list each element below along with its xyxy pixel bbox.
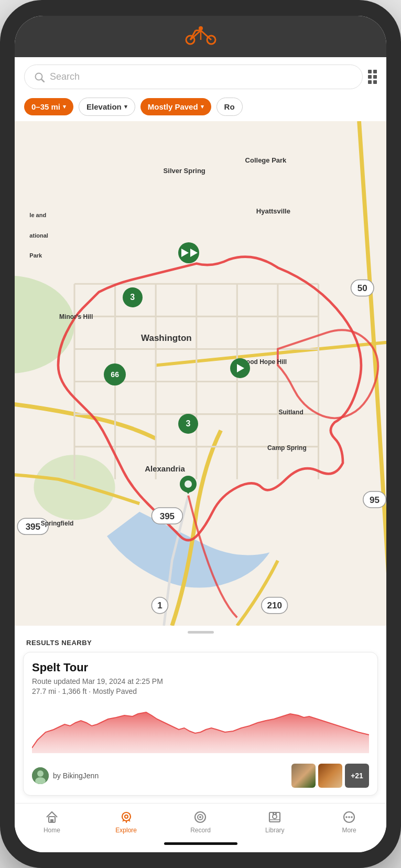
svg-text:1: 1 xyxy=(157,601,162,610)
svg-text:210: 210 xyxy=(267,601,281,610)
map-background: 267 95 50 50 395 95 395 1 210 xyxy=(15,121,386,626)
photo-count-badge[interactable]: +21 xyxy=(345,764,369,788)
filters-row: 0–35 mi ▾ Elevation ▾ Mostly Paved ▾ Ro xyxy=(15,94,386,121)
svg-point-46 xyxy=(185,480,192,488)
phone-screen: Search 0–35 mi ▾ Elevation xyxy=(15,16,386,852)
filter-route-type[interactable]: Ro xyxy=(216,98,243,116)
filter-distance[interactable]: 0–35 mi ▾ xyxy=(24,98,73,115)
svg-text:395: 395 xyxy=(26,522,40,532)
nav-label-library: Library xyxy=(265,827,285,834)
map-marker-3a[interactable]: 3 xyxy=(123,287,143,307)
svg-point-59 xyxy=(199,816,201,818)
filter-surface[interactable]: Mostly Paved ▾ xyxy=(140,98,211,115)
filter-elevation[interactable]: Elevation ▾ xyxy=(79,98,135,116)
home-bar xyxy=(15,838,386,852)
svg-point-66 xyxy=(345,816,348,818)
results-section-label: RESULTS NEARBY xyxy=(15,637,386,652)
sheet-handle xyxy=(15,626,386,637)
svg-rect-63 xyxy=(273,812,274,815)
svg-line-9 xyxy=(41,79,44,82)
phone-shell: Search 0–35 mi ▾ Elevation xyxy=(0,0,401,868)
chevron-down-icon: ▾ xyxy=(201,103,204,110)
svg-point-67 xyxy=(348,816,350,818)
grid-menu-icon[interactable] xyxy=(368,70,377,84)
svg-point-7 xyxy=(199,26,203,30)
map-marker-play[interactable] xyxy=(178,242,199,263)
author-info: by BikingJenn xyxy=(32,767,99,784)
photo-thumb-2[interactable] xyxy=(318,764,342,788)
bike-logo-icon xyxy=(185,25,216,50)
map-marker-alexandria[interactable] xyxy=(178,474,198,497)
svg-rect-60 xyxy=(269,812,280,822)
svg-text:50: 50 xyxy=(357,283,367,293)
svg-rect-64 xyxy=(275,812,277,815)
library-icon xyxy=(267,810,282,824)
nav-label-explore: Explore xyxy=(115,827,137,834)
svg-text:395: 395 xyxy=(160,511,175,521)
nav-label-more: More xyxy=(342,827,356,834)
nav-item-more[interactable]: More xyxy=(331,810,367,834)
home-indicator xyxy=(164,842,237,845)
record-icon xyxy=(193,810,208,824)
route-card-footer: by BikingJenn +21 xyxy=(24,758,377,795)
svg-point-52 xyxy=(122,812,131,821)
map-marker-66[interactable]: 66 xyxy=(104,363,126,385)
nav-item-home[interactable]: Home xyxy=(34,810,70,834)
svg-point-61 xyxy=(273,815,277,819)
route-updated: Route updated Mar 19, 2024 at 2:25 PM xyxy=(32,677,369,685)
search-container: Search xyxy=(15,57,386,94)
app-header xyxy=(15,16,386,57)
author-name: by BikingJenn xyxy=(53,771,99,780)
photo-thumbnails: +21 xyxy=(291,764,369,788)
search-placeholder: Search xyxy=(50,71,80,82)
svg-text:95: 95 xyxy=(370,495,380,505)
nav-item-explore[interactable]: Explore xyxy=(108,810,145,834)
svg-point-53 xyxy=(125,815,128,818)
home-icon xyxy=(45,810,59,824)
nav-label-record: Record xyxy=(190,827,211,834)
route-card[interactable]: Spelt Tour Route updated Mar 19, 2024 at… xyxy=(23,652,378,796)
bottom-nav: Home Explore Recor xyxy=(15,803,386,838)
svg-point-48 xyxy=(37,770,44,777)
nav-item-library[interactable]: Library xyxy=(256,810,293,834)
svg-point-68 xyxy=(351,816,353,818)
chevron-down-icon: ▾ xyxy=(124,103,127,110)
route-card-body: Spelt Tour Route updated Mar 19, 2024 at… xyxy=(24,652,377,758)
svg-line-56 xyxy=(128,820,129,821)
route-title: Spelt Tour xyxy=(32,661,369,674)
more-icon xyxy=(342,810,356,824)
map-area[interactable]: 267 95 50 50 395 95 395 1 210 xyxy=(15,121,386,626)
chevron-down-icon: ▾ xyxy=(63,103,66,110)
svg-line-55 xyxy=(123,820,124,821)
author-avatar xyxy=(32,767,49,784)
elevation-chart xyxy=(32,701,369,753)
bottom-sheet: RESULTS NEARBY Spelt Tour Route updated … xyxy=(15,626,386,803)
search-icon xyxy=(34,72,45,82)
photo-thumb-1[interactable] xyxy=(291,764,316,788)
nav-label-home: Home xyxy=(44,827,60,834)
explore-icon xyxy=(119,810,134,824)
svg-rect-51 xyxy=(50,819,53,822)
route-stats: 27.7 mi · 1,366 ft · Mostly Paved xyxy=(32,687,369,695)
map-marker-3b[interactable]: 3 xyxy=(178,414,198,434)
map-roads-svg: 267 95 50 50 395 95 395 1 210 xyxy=(15,121,386,626)
search-bar[interactable]: Search xyxy=(24,65,363,89)
nav-item-record[interactable]: Record xyxy=(182,810,219,834)
